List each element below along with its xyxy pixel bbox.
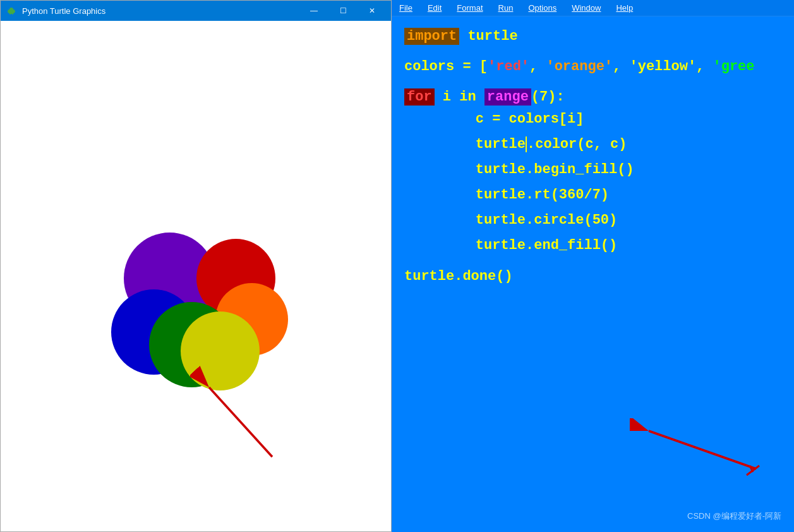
svg-rect-2 (9, 13, 11, 15)
code-colors-assign: colors = [ (404, 59, 488, 75)
code-line-8: turtle.circle(50) (404, 210, 781, 230)
turtle-window: Python Turtle Graphics — ☐ ✕ (0, 0, 392, 532)
window-controls: — ☐ ✕ (300, 1, 386, 21)
code-line-1: import turtle (404, 24, 781, 48)
code-end-fill: turtle.end_fill() (404, 238, 617, 253)
watermark: CSDN @编程爱好者-阿新 (687, 511, 781, 522)
code-circle: turtle.circle(50) (404, 212, 617, 228)
code-done: turtle.done() (404, 269, 513, 284)
minimize-button[interactable]: — (300, 1, 328, 21)
svg-line-9 (747, 466, 759, 475)
code-str-yellow: 'yellow' (629, 59, 696, 75)
code-line-4: c = colors[i] (404, 109, 781, 129)
code-line-5: turtle.color(c, c) (404, 134, 781, 154)
code-str-orange: 'orange' (546, 59, 613, 75)
code-line-7: turtle.rt(360/7) (404, 184, 781, 205)
close-button[interactable]: ✕ (358, 1, 386, 21)
turtle-icon (6, 5, 17, 16)
code-range-args: (7): (531, 89, 565, 105)
code-rt: turtle.rt(360/7) (404, 187, 609, 203)
code-turtle-color: turtle.color(c, c) (404, 136, 627, 152)
code-line-3: for i in range (7): (404, 85, 781, 109)
code-line-2: colors = [ 'red' , 'orange' , 'yellow' ,… (404, 54, 781, 78)
menu-format[interactable]: Format (454, 2, 485, 14)
keyword-for: for (404, 88, 435, 106)
keyword-import: import (404, 28, 459, 45)
canvas-area (1, 21, 391, 531)
menu-run[interactable]: Run (496, 2, 516, 14)
svg-point-1 (9, 8, 13, 11)
circle-yellow (181, 311, 260, 390)
code-line-6: turtle.begin_fill() (404, 159, 781, 179)
code-i: i (435, 89, 460, 105)
code-c-assign: c = colors[i] (404, 111, 584, 127)
code-content: import turtle colors = [ 'red' , 'orange… (392, 16, 794, 532)
keyword-range: range (484, 88, 531, 106)
menu-file[interactable]: File (397, 2, 415, 14)
titlebar: Python Turtle Graphics — ☐ ✕ (1, 1, 391, 21)
code-line-9: turtle.end_fill() (404, 235, 781, 255)
menu-options[interactable]: Options (526, 2, 559, 14)
maximize-button[interactable]: ☐ (329, 1, 357, 21)
svg-line-5 (209, 387, 272, 457)
code-begin-fill: turtle.begin_fill() (404, 162, 634, 178)
code-menubar: File Edit Format Run Options Window Help (392, 0, 794, 16)
code-line-10: turtle.done() (404, 264, 781, 288)
svg-rect-3 (12, 13, 13, 15)
window-title: Python Turtle Graphics (22, 6, 300, 16)
menu-edit[interactable]: Edit (425, 2, 444, 14)
code-str-green-partial: 'gree (713, 59, 755, 75)
code-turtle-1: turtle (459, 28, 517, 44)
code-comma-2: , (613, 59, 629, 75)
menu-help[interactable]: Help (613, 2, 635, 14)
keyword-in: in (459, 89, 476, 105)
code-panel: File Edit Format Run Options Window Help… (392, 0, 794, 532)
code-str-red: 'red' (488, 59, 529, 75)
code-space (476, 89, 484, 105)
svg-line-8 (750, 466, 753, 472)
right-arrow-annotation (630, 418, 769, 481)
code-comma-3: , (696, 59, 713, 75)
svg-line-7 (649, 431, 756, 469)
menu-window[interactable]: Window (569, 2, 603, 14)
code-comma-1: , (529, 59, 546, 75)
